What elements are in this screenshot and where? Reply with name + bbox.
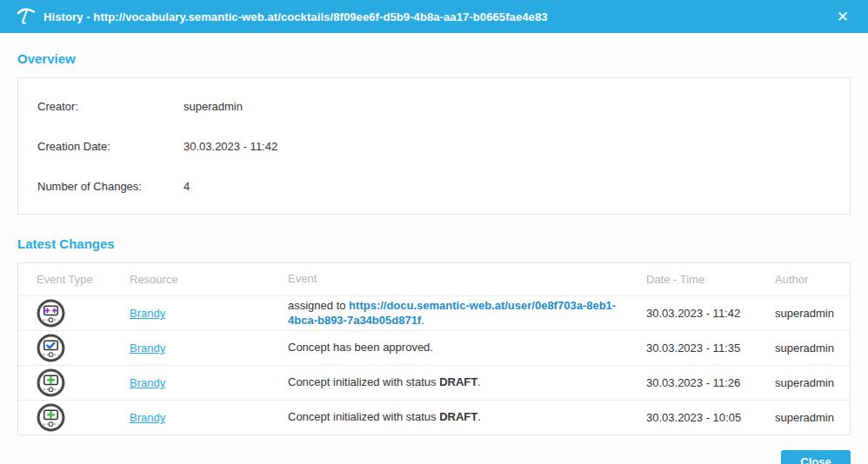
event-cell: assigned to https://docu.semantic-web.at… <box>288 299 646 328</box>
table-row: Brandy assigned to https://docu.semantic… <box>18 295 850 330</box>
date-time-cell: 30.03.2023 - 10:05 <box>646 411 775 424</box>
overview-row-creation-date: Creation Date: 30.03.2023 - 11:42 <box>18 126 850 166</box>
history-table: Event Type Resource Event Date - Time Au… <box>17 262 851 435</box>
event-text: Concept initialized with status <box>288 410 439 423</box>
column-header-event-type: Event Type <box>18 273 130 286</box>
history-table-body: Brandy assigned to https://docu.semantic… <box>18 295 850 434</box>
close-button[interactable]: Close <box>781 450 851 464</box>
event-cell: Concept initialized with status DRAFT. <box>288 410 646 424</box>
creation-date-label: Creation Date: <box>37 140 184 153</box>
umbrella-icon <box>16 6 37 27</box>
event-text: Concept initialized with status <box>288 375 439 388</box>
event-suffix: . <box>477 375 481 388</box>
number-of-changes-label: Number of Changes: <box>37 180 184 193</box>
overview-row-creator: Creator: superadmin <box>18 86 850 126</box>
dialog-titlebar: History - http://vocabulary.semantic-web… <box>0 0 868 33</box>
event-cell: Concept has been approved. <box>288 341 646 355</box>
event-type-icon <box>37 299 65 328</box>
close-icon[interactable]: ✕ <box>833 8 852 26</box>
dialog-title: History - http://vocabulary.semantic-web… <box>43 10 833 23</box>
event-suffix: . <box>421 314 424 327</box>
column-header-date-time: Date - Time <box>646 273 775 286</box>
table-row: Brandy Concept initialized with status D… <box>18 400 850 434</box>
column-header-event: Event <box>288 272 646 286</box>
table-row: Brandy Concept has been approved. 30.03.… <box>18 330 850 365</box>
event-status: DRAFT <box>439 375 477 388</box>
overview-heading: Overview <box>17 51 851 66</box>
column-header-author: Author <box>775 273 850 286</box>
event-status: DRAFT <box>439 410 477 423</box>
resource-link[interactable]: Brandy <box>130 411 165 424</box>
resource-link[interactable]: Brandy <box>130 376 165 389</box>
author-cell: superadmin <box>775 307 850 320</box>
table-header-row: Event Type Resource Event Date - Time Au… <box>18 263 850 295</box>
event-cell: Concept initialized with status DRAFT. <box>288 375 646 389</box>
table-row: Brandy Concept initialized with status D… <box>18 365 850 400</box>
date-time-cell: 30.03.2023 - 11:42 <box>646 307 775 320</box>
date-time-cell: 30.03.2023 - 11:26 <box>646 376 775 389</box>
event-type-icon <box>37 334 65 362</box>
event-text: assigned to <box>288 299 349 312</box>
creator-value: superadmin <box>184 100 243 113</box>
resource-link[interactable]: Brandy <box>130 307 165 320</box>
event-type-icon <box>37 368 65 397</box>
latest-changes-heading: Latest Changes <box>17 236 851 251</box>
column-header-resource: Resource <box>130 273 288 286</box>
event-type-icon <box>37 403 65 432</box>
creator-label: Creator: <box>37 100 184 113</box>
date-time-cell: 30.03.2023 - 11:35 <box>646 341 775 355</box>
event-text: Concept has been approved. <box>288 341 433 354</box>
overview-row-number-of-changes: Number of Changes: 4 <box>18 166 850 206</box>
resource-link[interactable]: Brandy <box>130 341 165 355</box>
creation-date-value: 30.03.2023 - 11:42 <box>184 140 277 153</box>
number-of-changes-value: 4 <box>184 180 190 193</box>
dialog-content: Overview Creator: superadmin Creation Da… <box>0 33 868 435</box>
author-cell: superadmin <box>775 341 850 355</box>
overview-panel: Creator: superadmin Creation Date: 30.03… <box>17 77 851 215</box>
dialog-footer: Close <box>0 435 868 464</box>
author-cell: superadmin <box>775 376 850 389</box>
event-suffix: . <box>477 410 481 423</box>
history-dialog: History - http://vocabulary.semantic-web… <box>0 0 868 464</box>
author-cell: superadmin <box>775 411 850 424</box>
